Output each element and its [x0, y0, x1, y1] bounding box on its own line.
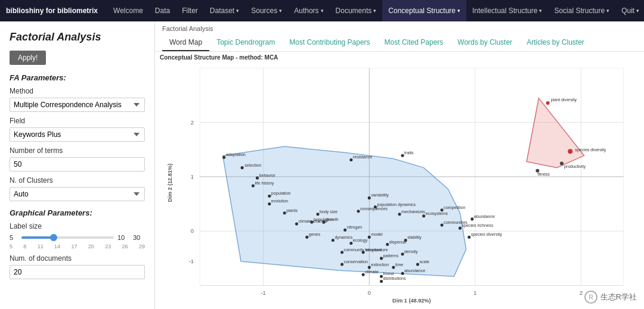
svg-text:mechanisms: mechanisms: [401, 210, 425, 214]
svg-point-103: [310, 220, 313, 223]
svg-text:ecology: ecology: [353, 238, 368, 243]
svg-text:plant diversity: plant diversity: [551, 98, 577, 102]
svg-point-37: [349, 158, 352, 161]
tab-articles-by-cluster[interactable]: Articles by Cluster: [519, 35, 592, 51]
svg-point-75: [368, 236, 371, 239]
nav-intellectual-structure[interactable]: Intellectual Structure ▾: [466, 0, 548, 21]
svg-point-45: [295, 222, 298, 225]
num-terms-input[interactable]: [10, 157, 145, 171]
label-size-slider-section: 5 10 30 5811141720232629: [10, 234, 145, 249]
svg-point-97: [401, 272, 404, 275]
svg-text:climate: climate: [365, 270, 379, 274]
svg-text:0: 0: [368, 290, 371, 296]
svg-point-83: [340, 251, 343, 254]
svg-text:R: R: [589, 294, 593, 301]
nav-conceptual-structure[interactable]: Conceptual Structure ▾: [382, 0, 466, 21]
svg-text:stability: stability: [407, 235, 422, 240]
svg-point-33: [256, 176, 259, 179]
svg-text:abundance: abundance: [474, 214, 495, 219]
svg-text:productivity: productivity: [564, 164, 586, 169]
svg-point-67: [368, 196, 371, 199]
svg-point-109: [268, 195, 271, 198]
nav-dataset[interactable]: Dataset ▾: [204, 0, 245, 21]
svg-point-29: [222, 156, 225, 159]
slider-max-val: 30: [133, 234, 145, 241]
svg-text:patterns: patterns: [383, 254, 399, 258]
svg-text:plants: plants: [286, 208, 298, 213]
svg-text:-1: -1: [261, 290, 266, 296]
svg-text:scale: scale: [419, 260, 429, 264]
nav-welcome[interactable]: Welcome: [107, 0, 149, 21]
num-docs-label: Num. of documents: [10, 254, 145, 263]
nav-filter[interactable]: Filter: [176, 0, 204, 21]
svg-point-93: [362, 273, 365, 276]
svg-point-79: [404, 239, 407, 242]
brand: biblioshiny for bibliometrix: [6, 7, 98, 15]
field-select[interactable]: Keywords PlusAuthor KeywordsTitle: [10, 127, 145, 142]
fa-params-label: FA Parameters:: [10, 73, 145, 82]
sidebar: Factorial Analysis Apply! FA Parameters:…: [0, 21, 155, 309]
svg-text:variability: variability: [371, 193, 389, 198]
slider-track[interactable]: [21, 236, 114, 239]
nav-social-structure[interactable]: Social Structure ▾: [548, 0, 615, 21]
nav-sources[interactable]: Sources ▾: [245, 0, 288, 21]
svg-text:species diversity: species diversity: [471, 232, 502, 237]
svg-point-111: [305, 236, 308, 239]
field-label: Field: [10, 117, 145, 125]
tab-word-map[interactable]: Word Map: [162, 35, 209, 51]
num-docs-input[interactable]: [10, 265, 145, 279]
svg-point-99: [392, 266, 395, 269]
svg-text:0: 0: [191, 228, 194, 234]
svg-text:1: 1: [473, 290, 476, 296]
svg-text:dispersal: dispersal: [389, 240, 407, 245]
svg-point-105: [416, 263, 419, 266]
nav-documents[interactable]: Documents ▾: [330, 0, 383, 21]
method-select[interactable]: Multiple Correspondence AnalysisCorrespo…: [10, 98, 145, 112]
svg-text:model: model: [371, 232, 383, 237]
chart-container: Conceptual Structure Map - method: MCA .…: [155, 52, 644, 309]
svg-point-55: [422, 214, 425, 217]
svg-point-63: [470, 217, 473, 220]
navbar: biblioshiny for bibliometrix Welcome Dat…: [0, 0, 644, 21]
chevron-down-icon: ▾: [321, 8, 324, 14]
svg-text:density: density: [404, 249, 418, 254]
svg-text:ecosystems: ecosystems: [426, 211, 448, 216]
apply-button[interactable]: Apply!: [10, 51, 46, 65]
watermark-icon: R: [584, 290, 598, 304]
tab-topic-dendrogram[interactable]: Topic Dendrogram: [209, 35, 282, 51]
svg-point-61: [459, 227, 462, 230]
tab-most-cited[interactable]: Most Cited Papers: [377, 35, 451, 51]
chevron-down-icon: ▾: [606, 8, 609, 14]
tabs: Word Map Topic Dendrogram Most Contribut…: [162, 35, 637, 51]
svg-text:selection: selection: [244, 163, 261, 168]
svg-text:conservation: conservation: [344, 260, 368, 264]
method-label: Method: [10, 87, 145, 95]
nav-quit[interactable]: Quit ▾: [615, 0, 644, 21]
tab-words-by-cluster[interactable]: Words by Cluster: [450, 35, 519, 51]
svg-point-95: [380, 275, 383, 278]
svg-point-59: [441, 224, 444, 227]
slider-thumb[interactable]: [50, 234, 57, 241]
svg-text:dynamics: dynamics: [335, 235, 352, 240]
nav-authors[interactable]: Authors ▾: [288, 0, 329, 21]
sidebar-title: Factorial Analysis: [10, 31, 145, 43]
svg-text:resistance: resistance: [353, 155, 372, 160]
tab-most-contributing[interactable]: Most Contributing Papers: [282, 35, 377, 51]
svg-point-31: [241, 166, 244, 169]
svg-point-69: [357, 210, 360, 213]
svg-point-77: [386, 243, 389, 246]
svg-text:1: 1: [191, 174, 194, 180]
svg-text:evolution: evolution: [271, 199, 288, 204]
svg-point-53: [398, 213, 401, 216]
slider-ticks: 5811141720232629: [10, 244, 145, 249]
chevron-down-icon: ▾: [636, 8, 639, 14]
svg-point-107: [380, 280, 383, 283]
svg-text:nitrogen: nitrogen: [347, 225, 363, 230]
svg-point-39: [401, 154, 404, 157]
label-size-label: Label size: [10, 222, 145, 230]
svg-point-87: [401, 252, 404, 255]
svg-point-91: [368, 266, 371, 269]
chevron-down-icon: ▾: [539, 8, 542, 14]
num-clusters-select[interactable]: Auto12345: [10, 187, 145, 201]
nav-data[interactable]: Data: [149, 0, 176, 21]
